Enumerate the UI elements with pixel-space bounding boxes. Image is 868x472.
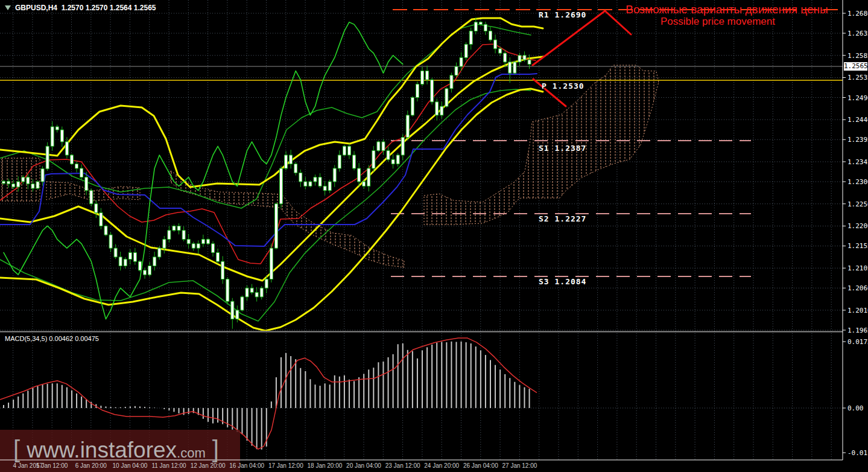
price-tick-label: 1.2200: [847, 222, 868, 230]
price-tick-label: 1.2300: [847, 178, 868, 186]
time-axis[interactable]: 4 Jan 20175 Jan 12:006 Jan 20:0010 Jan 0…: [13, 462, 537, 469]
price-tick-label: 1.2535: [847, 74, 868, 81]
date-tick-label: 11 Jan 12:00: [151, 462, 186, 469]
price-tick-label: 1.2490: [847, 94, 868, 102]
price-tick-label: 1.2060: [847, 284, 868, 292]
macd-axis-label: 0.01728: [847, 338, 868, 346]
date-tick-label: 20 Jan 04:00: [346, 462, 381, 469]
price-tick-label: 1.2635: [847, 30, 868, 37]
date-tick-label: 17 Jan 12:00: [268, 462, 303, 469]
macd-axis-label: 0.00: [847, 404, 864, 412]
macd-axis-label: -0.0117: [847, 449, 868, 457]
date-tick-label: 18 Jan 20:00: [307, 462, 342, 469]
price-tick-label: 1.2010: [847, 307, 868, 314]
date-tick-label: 24 Jan 20:00: [424, 462, 459, 469]
price-tick-label: 1.2250: [847, 200, 868, 208]
price-tick-label: 1.1965: [847, 327, 868, 334]
date-tick-label: 5 Jan 12:00: [36, 462, 68, 469]
price-tick-label: 1.2345: [847, 158, 868, 166]
date-tick-label: 10 Jan 04:00: [112, 462, 147, 469]
date-tick-label: 6 Jan 20:00: [75, 462, 107, 469]
chart-canvas: 1.26801.26351.25851.25351.24901.24401.23…: [0, 0, 868, 472]
price-tick-label: 1.2680: [847, 10, 868, 18]
price-tick-label: 1.2155: [847, 242, 868, 250]
date-tick-label: 12 Jan 20:00: [191, 462, 226, 469]
price-tick-label: 1.2585: [847, 52, 868, 60]
price-tick-label: 1.2105: [847, 264, 868, 272]
date-tick-label: 16 Jan 04:00: [229, 462, 264, 469]
date-tick-label: 26 Jan 04:00: [463, 462, 498, 469]
date-tick-label: 23 Jan 12:00: [385, 462, 420, 469]
price-tick-label: 1.2440: [847, 116, 868, 124]
date-tick-label: 27 Jan 12:00: [502, 462, 537, 469]
trading-chart-window: { "window": { "width": 1439, "height": 7…: [0, 0, 868, 472]
price-tick-label: 1.2395: [847, 136, 868, 144]
